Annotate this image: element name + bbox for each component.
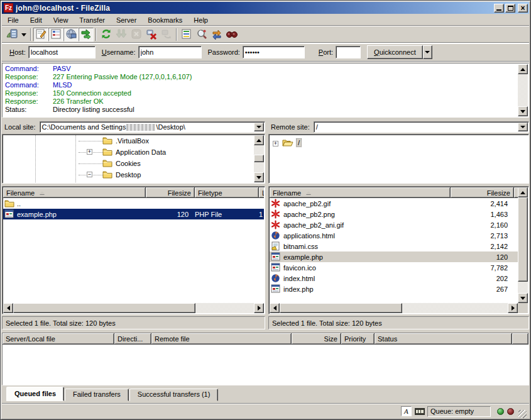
file-row-example-php[interactable]: example.php120 — [270, 251, 518, 262]
toggle-log-view-button[interactable] — [33, 28, 48, 41]
file-row-favicon-ico[interactable]: favicon.ico7,782 — [270, 262, 518, 273]
tree-item-desktop[interactable]: −Desktop — [3, 169, 264, 180]
disconnect-button[interactable] — [144, 28, 159, 41]
queue-column-size[interactable]: Size — [292, 333, 341, 345]
host-label: Host: — [9, 48, 26, 56]
tab-queued-files[interactable]: Queued files — [6, 387, 64, 401]
menu-file[interactable]: File — [2, 15, 25, 25]
host-input[interactable] — [28, 46, 96, 58]
local-site-combo[interactable]: C:\Documents and Settings\Desktop\ — [40, 121, 265, 133]
sync-browsing-button[interactable] — [209, 28, 224, 41]
queue-column-directi-[interactable]: Directi... — [114, 333, 151, 345]
filezilla-logo-icon[interactable]: Fz — [4, 3, 13, 13]
log-scroll-up-button[interactable] — [518, 64, 528, 74]
username-input[interactable] — [138, 46, 202, 58]
toggle-remote-tree-button[interactable] — [63, 28, 79, 41]
log-entry-text: 227 Entering Passive Mode (127,0,0,1,6,1… — [53, 73, 192, 81]
file-row-applications-html[interactable]: applications.html2,713 — [270, 230, 518, 241]
file-row-index-html[interactable]: index.html202 — [270, 273, 518, 284]
file-row-bitnami-css[interactable]: bitnami.css2,142 — [270, 241, 518, 251]
minimize-button[interactable] — [494, 4, 504, 13]
tree-expander[interactable]: + — [87, 149, 92, 155]
tab-successful-transfers-1-[interactable]: Successful transfers (1) — [129, 389, 219, 401]
remote-site-combo[interactable]: / — [314, 121, 529, 133]
log-scroll-down-button[interactable] — [518, 106, 528, 116]
local-directory-tree: .VirtualBox+Application DataCookies−Desk… — [3, 135, 264, 182]
queue-view-icon — [80, 28, 92, 41]
scroll-down-button[interactable] — [518, 293, 528, 303]
queue-column-filler — [512, 333, 528, 345]
password-input[interactable] — [243, 46, 305, 58]
scroll-up-button[interactable] — [518, 187, 528, 197]
toggle-local-tree-button[interactable] — [48, 28, 63, 41]
tree-item-cookies[interactable]: Cookies — [3, 158, 264, 169]
remote-vscrollbar-thumb[interactable] — [518, 197, 528, 282]
file-row-example-php[interactable]: example.php120PHP File1 — [3, 209, 264, 219]
speedlimit-icon[interactable] — [414, 406, 425, 416]
column-header-l[interactable]: L — [259, 187, 264, 198]
close-button[interactable]: × — [518, 4, 528, 13]
scroll-right-button[interactable] — [508, 303, 518, 313]
local-hscrollbar-thumb[interactable] — [13, 303, 195, 313]
compare-directories-button[interactable] — [194, 28, 209, 41]
queue-column-status[interactable]: Status — [375, 333, 512, 345]
folder-icon — [102, 136, 112, 146]
tree-scroll-down-button[interactable] — [254, 172, 264, 182]
column-header-filename[interactable]: Filename — [270, 187, 451, 198]
scroll-left-button[interactable] — [3, 303, 13, 313]
find-files-button[interactable] — [224, 28, 239, 41]
toggle-queue-view-button[interactable] — [79, 28, 94, 41]
file-row-apache_pb2-png[interactable]: apache_pb2.png1,463 — [270, 209, 518, 219]
file-row-index-php[interactable]: index.php267 — [270, 284, 518, 294]
scroll-right-button[interactable] — [254, 303, 264, 313]
cancel-operation-button[interactable] — [129, 28, 144, 41]
quickconnect-button[interactable]: Quickconnect — [367, 45, 423, 59]
menu-help[interactable]: Help — [188, 15, 214, 25]
quickconnect-dropdown[interactable] — [423, 45, 432, 59]
tree-item--virtualbox[interactable]: .VirtualBox — [3, 135, 264, 146]
refresh-button[interactable] — [99, 28, 114, 41]
file-row-apache_pb2-gif[interactable]: apache_pb2.gif2,414 — [270, 198, 518, 209]
tab-failed-transfers[interactable]: Failed transfers — [65, 389, 129, 401]
log-entry-type: Command: — [5, 81, 53, 89]
port-input[interactable] — [336, 46, 361, 58]
queue-column-server-local-file[interactable]: Server/Local file — [3, 333, 114, 345]
queue-column-remote-file[interactable]: Remote file — [151, 333, 292, 345]
scroll-left-button[interactable] — [270, 303, 280, 313]
file-cell-value: 120 — [177, 211, 189, 218]
column-header-filetype[interactable]: Filetype — [195, 187, 259, 198]
file-row-apache_pb2_ani-gif[interactable]: apache_pb2_ani.gif2,160 — [270, 219, 518, 230]
tree-item-root[interactable]: +/ — [270, 137, 528, 148]
menu-transfer[interactable]: Transfer — [74, 15, 111, 25]
column-header-filesize[interactable]: Filesize — [146, 187, 195, 198]
menu-view[interactable]: View — [48, 15, 74, 25]
resize-grip[interactable] — [518, 410, 527, 418]
tree-expander[interactable]: + — [273, 141, 278, 146]
tree-expander[interactable]: − — [87, 172, 92, 177]
local-site-dropdown[interactable] — [254, 123, 264, 131]
column-header-filesize[interactable]: Filesize — [451, 187, 514, 198]
queue-column-priority[interactable]: Priority — [341, 333, 375, 345]
close-icon: × — [520, 5, 525, 11]
menu-bookmarks[interactable]: Bookmarks — [142, 15, 188, 25]
file-row--[interactable]: .. — [3, 198, 264, 209]
reconnect-button[interactable] — [159, 28, 174, 41]
process-queue-button[interactable] — [114, 28, 129, 41]
menu-edit[interactable]: Edit — [25, 15, 48, 25]
tree-scrollbar-thumb[interactable] — [254, 155, 264, 162]
remote-hscrollbar-thumb[interactable] — [280, 303, 402, 313]
menu-server[interactable]: Server — [111, 15, 142, 25]
ascii-transfer-type-icon[interactable]: A — [401, 406, 412, 416]
tree-connector — [79, 141, 102, 141]
remote-site-dropdown[interactable] — [518, 123, 528, 131]
tree-scroll-up-button[interactable] — [254, 135, 264, 145]
tree-item-application-data[interactable]: +Application Data — [3, 146, 264, 158]
maximize-button[interactable] — [505, 4, 515, 13]
local-file-list-pane: FilenameFilesizeFiletypeL..example.php12… — [2, 186, 265, 314]
site-manager-button[interactable] — [4, 28, 19, 41]
column-header-filename[interactable]: Filename — [3, 187, 146, 198]
file-cell: bitnami.css — [270, 241, 451, 251]
site-manager-dropdown[interactable] — [19, 28, 28, 41]
chevron-down-icon — [425, 51, 430, 53]
filter-button[interactable] — [179, 28, 194, 41]
